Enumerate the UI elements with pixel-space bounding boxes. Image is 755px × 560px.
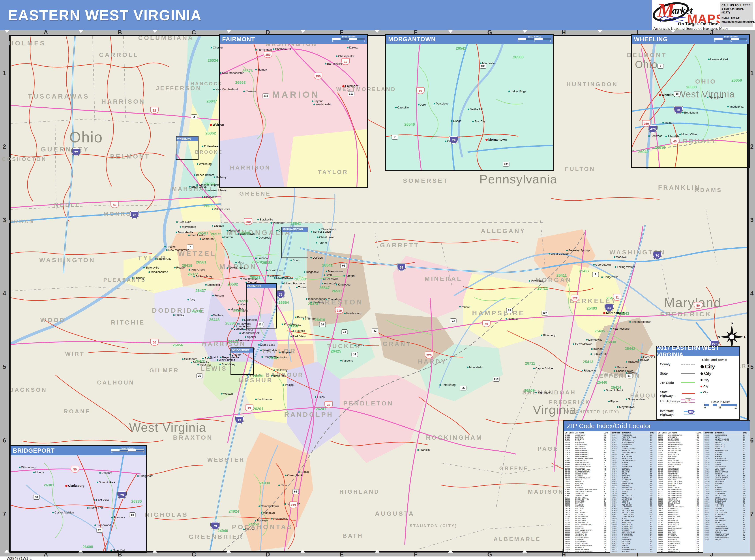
- contact-box: CALL US TOLL FREE! 1-888-434-MAPS (6277)…: [720, 2, 753, 27]
- marketmaps-logo-area: M arket MAPS On Target. On Time. America…: [652, 0, 755, 30]
- title-banner: EASTERN WEST VIRGINIA: [0, 0, 652, 30]
- sheet-code: W284571W1-L: [7, 557, 32, 560]
- logo-m: M: [658, 0, 674, 21]
- contact-email-label: EMAIL US AT:: [721, 17, 752, 20]
- contact-call: CALL US TOLL FREE!: [721, 3, 752, 7]
- contact-email: mapsales@MarketMAPS.com: [721, 20, 752, 24]
- contact-phone: 1-888-434-MAPS (6277): [721, 7, 752, 14]
- map-geometry: [11, 36, 747, 551]
- map-poster: EASTERN WEST VIRGINIA M arket MAPS On Ta…: [0, 0, 755, 560]
- page-title: EASTERN WEST VIRGINIA: [8, 7, 201, 24]
- map-frame: [9, 35, 749, 553]
